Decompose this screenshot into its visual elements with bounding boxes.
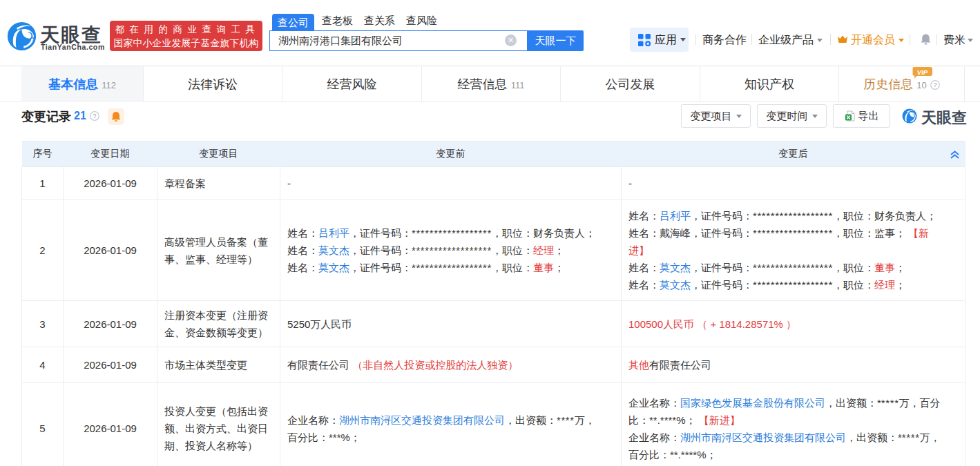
svg-text:?: ?: [93, 112, 96, 119]
svg-text:?: ?: [933, 81, 936, 88]
svg-text:VIP: VIP: [917, 68, 928, 76]
